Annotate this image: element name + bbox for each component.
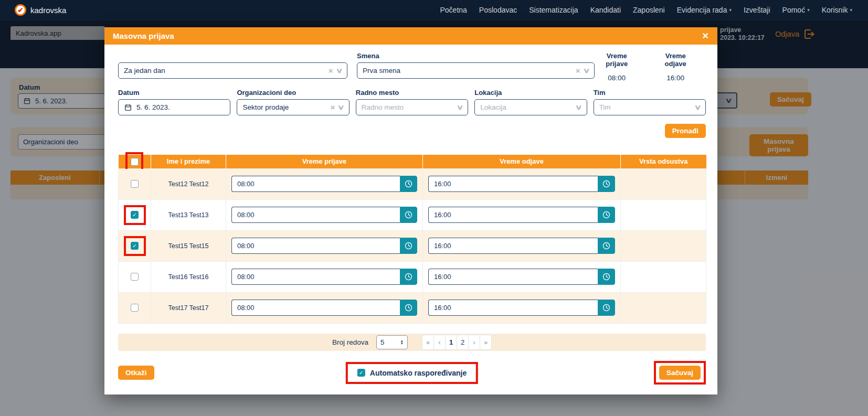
smena-select[interactable]: Prva smena × ∨: [357, 62, 595, 79]
nav-item-korisnik[interactable]: Korisnik▾: [822, 6, 852, 14]
modal-header: Masovna prijava ✕: [104, 27, 717, 45]
select-all-checkbox[interactable]: [131, 158, 139, 166]
page-button-last[interactable]: »: [480, 335, 492, 350]
page-button-1[interactable]: 1: [445, 335, 457, 350]
kadrovska-logo-icon: ✔: [15, 4, 26, 16]
checkout-time-input[interactable]: [428, 176, 598, 192]
chevron-down-icon: ∨: [583, 67, 590, 74]
row-select-checkbox[interactable]: [131, 273, 139, 281]
checkout-time-input[interactable]: [428, 300, 598, 316]
clock-icon: [602, 303, 611, 312]
checkin-time-group: [231, 269, 417, 285]
clear-icon[interactable]: ×: [576, 67, 580, 74]
checkin-cell: [226, 261, 423, 292]
radno-mesto-select[interactable]: Radno mesto ∨: [356, 99, 468, 115]
checkout-cell: [423, 199, 621, 230]
checkin-time-input[interactable]: [231, 238, 400, 254]
checkout-time-input[interactable]: [428, 269, 598, 285]
checkin-time-group: [231, 300, 417, 316]
find-button[interactable]: Pronađi: [665, 124, 706, 138]
row-select-cell: ✓: [119, 199, 151, 230]
nav-item-label: Početna: [440, 6, 467, 14]
org-select[interactable]: Sektor prodaje × ∨: [237, 99, 349, 115]
checkin-cell: [226, 230, 423, 261]
lokacija-select[interactable]: Lokacija ∨: [474, 99, 587, 115]
save-button[interactable]: Sačuvaj: [659, 366, 701, 380]
clear-icon[interactable]: ×: [329, 67, 333, 74]
modal-footer: Otkaži ✓ Automatsko raspoređivanje Sačuv…: [118, 360, 706, 386]
nav-item-pomoc[interactable]: Pomoć▾: [782, 6, 810, 14]
org-label: Organizacioni deo: [237, 89, 349, 97]
page-button-next[interactable]: ›: [468, 335, 480, 350]
checkout-clock-button[interactable]: [598, 207, 615, 223]
checkin-time-input[interactable]: [231, 300, 400, 316]
nav-item-evidencija-rada[interactable]: Evidencija rada▾: [677, 6, 732, 14]
checkout-clock-button[interactable]: [598, 269, 615, 285]
checkin-time-input[interactable]: [231, 176, 400, 192]
checkin-clock-button[interactable]: [400, 238, 417, 254]
caret-down-icon: ▾: [729, 7, 732, 13]
employee-row: Test17 Test17: [119, 292, 706, 323]
checkout-time-group: [428, 207, 615, 223]
datum-input[interactable]: 5. 6. 2023.: [118, 99, 230, 115]
nav-item-poslodavac[interactable]: Poslodavac: [479, 6, 517, 14]
nav-item-izvestaji[interactable]: Izveštaji: [744, 6, 770, 14]
checkin-clock-button[interactable]: [400, 176, 417, 192]
nav-item-kandidati[interactable]: Kandidati: [590, 6, 621, 14]
page-button-prev[interactable]: ‹: [433, 335, 446, 350]
checkout-time-input[interactable]: [428, 207, 598, 223]
select-all-header: [119, 155, 151, 168]
checkout-clock-button[interactable]: [598, 238, 615, 254]
chevron-down-icon: ∨: [337, 104, 345, 111]
checkin-clock-button[interactable]: [400, 300, 417, 316]
nav-item-sistematizacija[interactable]: Sistematizacija: [529, 6, 578, 14]
row-select-cell: [119, 292, 151, 323]
absence-cell: [621, 168, 706, 199]
clock-icon: [602, 210, 611, 219]
chevron-down-icon: ∨: [335, 67, 343, 74]
checkin-clock-button[interactable]: [400, 207, 417, 223]
calendar-icon: [124, 103, 132, 112]
brand[interactable]: ✔ kadrovska: [15, 4, 66, 16]
nav-item-label: Kandidati: [590, 6, 621, 14]
employee-name: Test13 Test13: [151, 199, 226, 230]
row-select-checkbox[interactable]: ✓: [131, 242, 139, 250]
nav-item-zaposleni[interactable]: Zaposleni: [633, 6, 665, 14]
checkout-clock-button[interactable]: [598, 176, 615, 192]
row-select-checkbox[interactable]: [131, 304, 139, 312]
employee-name: Test15 Test15: [151, 230, 226, 261]
checkout-time-input[interactable]: [428, 238, 598, 254]
checkin-time-input[interactable]: [231, 207, 400, 223]
cancel-button[interactable]: Otkaži: [118, 366, 154, 380]
rows-per-page-select[interactable]: 5 ▲▼: [376, 335, 408, 349]
nav-item-pocetna[interactable]: Početna: [440, 6, 467, 14]
checkout-clock-button[interactable]: [598, 300, 615, 316]
checkin-clock-button[interactable]: [400, 269, 417, 285]
employee-row: Test12 Test12: [119, 168, 706, 199]
checkout-time-group: [428, 269, 615, 285]
clock-icon: [404, 210, 413, 219]
nav-item-label: Sistematizacija: [529, 6, 578, 14]
close-icon[interactable]: ✕: [702, 32, 709, 40]
checkin-cell: [226, 292, 423, 323]
page-button-2[interactable]: 2: [457, 335, 469, 350]
tim-select[interactable]: Tim ∨: [594, 99, 706, 115]
checkin-time-input[interactable]: [231, 269, 400, 285]
smena-value: Prva smena: [363, 67, 576, 74]
period-select[interactable]: Za jedan dan × ∨: [118, 62, 347, 79]
checkin-cell: [226, 168, 423, 199]
auto-schedule-checkbox[interactable]: ✓: [357, 369, 365, 377]
checkin-time-group: [231, 176, 417, 192]
page-button-first[interactable]: «: [422, 335, 434, 350]
row-select-checkbox[interactable]: [131, 180, 139, 188]
datum-value: 5. 6. 2023.: [136, 103, 170, 111]
row-select-checkbox[interactable]: ✓: [131, 211, 139, 219]
clear-icon[interactable]: ×: [331, 103, 335, 111]
chevron-down-icon: ∨: [694, 104, 701, 111]
clock-icon: [602, 179, 611, 188]
row-select-cell: [119, 168, 151, 199]
rows-per-page-label: Broj redova: [332, 338, 368, 346]
radno-mesto-placeholder: Radno mesto: [362, 103, 458, 111]
nav-item-label: Poslodavac: [479, 6, 517, 14]
caret-down-icon: ▾: [807, 7, 810, 13]
